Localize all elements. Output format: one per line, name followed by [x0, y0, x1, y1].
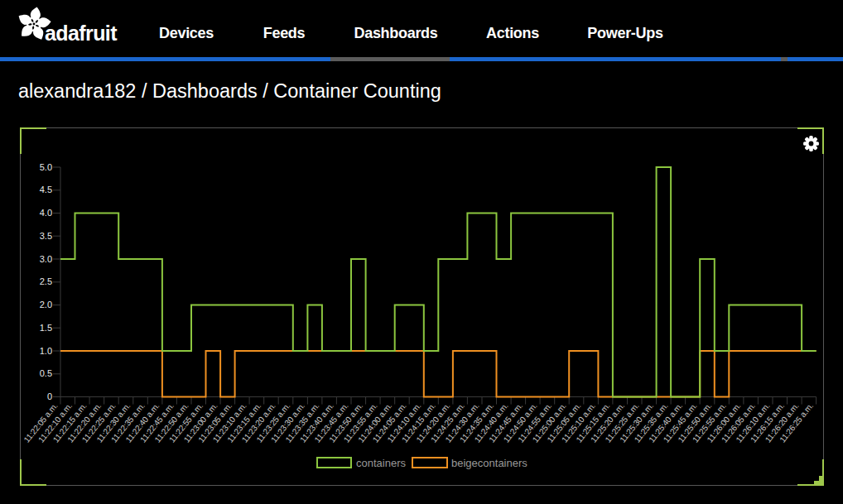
svg-text:3.0: 3.0	[40, 254, 52, 264]
svg-text:containers: containers	[356, 457, 406, 469]
svg-text:1.5: 1.5	[40, 323, 52, 333]
svg-text:beigecontainers: beigecontainers	[451, 457, 527, 469]
svg-text:2.5: 2.5	[40, 276, 52, 286]
svg-text:1.0: 1.0	[40, 346, 52, 356]
svg-text:3.5: 3.5	[40, 231, 52, 241]
svg-text:5.0: 5.0	[40, 162, 52, 172]
svg-text:4.5: 4.5	[40, 185, 52, 194]
svg-text:0.5: 0.5	[40, 368, 52, 378]
svg-text:2.0: 2.0	[40, 300, 52, 310]
svg-text:0: 0	[47, 391, 52, 401]
svg-text:4.0: 4.0	[40, 208, 52, 218]
